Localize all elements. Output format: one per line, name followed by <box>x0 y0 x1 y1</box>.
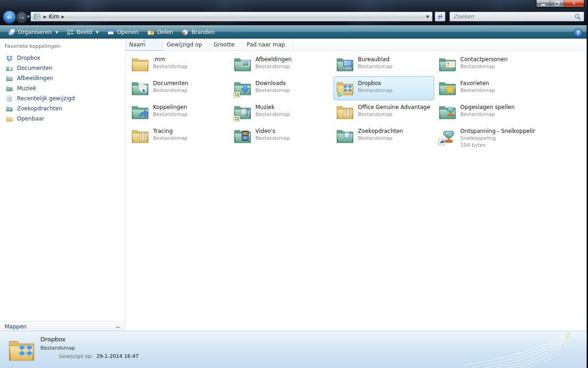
navigation-pane: Favoriete koppelingen Dropbox Documenten <box>0 39 125 331</box>
searches-folder-icon <box>6 105 13 112</box>
view-dropdown-icon: ▼ <box>96 30 98 34</box>
details-item-type: Bestandsmap <box>40 345 75 351</box>
desktop-folder-icon <box>335 54 355 74</box>
sidebar-item-zoekopdrachten[interactable]: Zoekopdrachten <box>0 104 125 114</box>
refresh-icon <box>437 13 443 20</box>
minimize-button[interactable] <box>537 0 550 7</box>
sidebar-item-dropbox[interactable]: Dropbox <box>0 53 125 63</box>
organize-dropdown-icon: ▼ <box>55 30 58 34</box>
breadcrumb-location[interactable]: Kim <box>49 13 59 20</box>
burn-button[interactable]: Branden <box>177 27 219 37</box>
window-controls: ✕ <box>536 0 584 7</box>
files-folder-icon <box>130 126 150 145</box>
column-header-name[interactable]: Naam <box>125 39 163 51</box>
file-tile-contactpersonen[interactable]: ContactpersonenBestandsmap <box>436 52 537 76</box>
favorites-folder-icon <box>438 78 457 98</box>
details-modified-row: Gewijzigd op: 29-1-2014 16:47 <box>59 353 139 359</box>
search-box[interactable] <box>449 12 584 22</box>
file-list-area: Naam Gewijzigd op Grootte Pad naar map .… <box>125 39 587 331</box>
file-tiles-grid: .mmBestandsmap AfbeeldingenBestandsmap B… <box>125 51 587 148</box>
documents-folder-icon <box>130 78 150 98</box>
folders-expander[interactable]: Mappen ︿ <box>0 321 125 331</box>
sidebar-item-recentelijk-gewijzigd[interactable]: Recentelijk gewijzigd <box>0 93 125 104</box>
search-input[interactable] <box>452 13 574 20</box>
sidebar-item-label: Documenten <box>17 65 52 71</box>
address-bar[interactable]: ▶ Kim ▶ ▼ <box>30 12 433 22</box>
modified-label: Gewijzigd op: <box>59 353 93 359</box>
downloads-folder-icon <box>233 78 252 98</box>
search-icon[interactable] <box>574 13 581 20</box>
sidebar-item-label: Afbeeldingen <box>17 75 53 81</box>
file-tile-mm[interactable]: .mmBestandsmap <box>129 52 229 76</box>
restore-button[interactable] <box>550 0 564 7</box>
burn-label: Branden <box>192 29 215 35</box>
saved-games-folder-icon <box>438 102 457 121</box>
organize-button[interactable]: Organiseren ▼ <box>4 27 62 37</box>
breadcrumb-expand-icon[interactable]: ▶ <box>62 15 64 19</box>
address-history-dropdown-icon[interactable]: ▼ <box>426 15 429 19</box>
searches-folder-icon <box>335 126 355 145</box>
file-tile-opgeslagen-spellen[interactable]: Opgeslagen spellenBestandsmap <box>436 100 537 124</box>
open-button[interactable]: Openen <box>103 27 143 37</box>
file-tile-muziek[interactable]: MuziekBestandsmap <box>231 100 332 124</box>
window-chrome: ✕ ← → ▼ ▶ Kim ▶ ▼ <box>0 0 588 25</box>
sidebar-item-muziek[interactable]: ♪ Muziek <box>0 83 125 93</box>
column-headers: Naam Gewijzigd op Grootte Pad naar map <box>125 39 587 51</box>
recently-changed-icon <box>6 95 13 102</box>
forward-arrow-icon: → <box>19 15 24 21</box>
recent-pages-dropdown[interactable]: ▼ <box>27 15 30 19</box>
column-header-folder-path[interactable]: Pad naar map <box>243 39 294 51</box>
explorer-window: ✕ ← → ▼ ▶ Kim ▶ ▼ <box>0 0 588 368</box>
organize-label: Organiseren <box>18 29 51 35</box>
share-button[interactable]: Delen <box>143 27 177 37</box>
pictures-folder-icon <box>6 75 13 82</box>
videos-folder-icon <box>233 126 252 145</box>
file-tile-bureaublad[interactable]: BureaubladBestandsmap <box>334 52 434 76</box>
view-icon <box>67 29 74 36</box>
decorative-swirl <box>459 332 578 368</box>
sidebar-item-label: Openbaar <box>17 115 44 122</box>
sidebar-item-label: Zoekopdrachten <box>17 105 62 112</box>
back-arrow-icon: ← <box>7 14 12 20</box>
view-button[interactable]: Beeld ▼ <box>62 27 103 37</box>
trophy-shortcut-icon <box>438 126 457 145</box>
file-tile-videos[interactable]: Video'sBestandsmap <box>231 124 332 148</box>
file-tile-downloads[interactable]: DownloadsBestandsmap <box>231 76 332 100</box>
music-folder-icon: ♪ <box>6 85 13 92</box>
organize-icon <box>8 29 15 36</box>
contacts-folder-icon <box>438 54 457 74</box>
file-tile-ontspanning-snelkoppeling[interactable]: Ontspanning - Snelkoppeling Snelkoppelin… <box>436 124 537 148</box>
sidebar-item-afbeeldingen[interactable]: Afbeeldingen <box>0 73 125 83</box>
selected-item-icon <box>7 335 36 364</box>
file-tile-favorieten[interactable]: FavorietenBestandsmap <box>436 76 537 100</box>
file-tile-documenten[interactable]: DocumentenBestandsmap <box>129 76 229 100</box>
file-tile-afbeeldingen[interactable]: AfbeeldingenBestandsmap <box>231 52 332 76</box>
dropbox-folder-icon <box>335 78 355 98</box>
column-header-size[interactable]: Grootte <box>210 39 243 51</box>
column-header-date-modified[interactable]: Gewijzigd op <box>163 39 210 51</box>
forward-button[interactable]: → <box>16 12 28 23</box>
help-button[interactable]: ? <box>574 29 582 37</box>
close-button[interactable]: ✕ <box>564 0 584 7</box>
file-tile-office-genuine-advantage[interactable]: Office Genuine AdvantageBestandsmap <box>334 100 434 124</box>
share-icon <box>147 29 154 36</box>
documents-folder-icon <box>6 65 13 72</box>
back-button[interactable]: ← <box>3 11 16 24</box>
file-size: 104 bytes <box>460 142 535 148</box>
view-label: Beeld <box>77 29 92 35</box>
refresh-button[interactable] <box>435 12 446 22</box>
sidebar-item-documenten[interactable]: Documenten <box>0 63 125 73</box>
svg-text:♪: ♪ <box>9 86 11 91</box>
file-tile-zoekopdrachten[interactable]: ZoekopdrachtenBestandsmap <box>334 124 434 148</box>
chevron-up-icon: ︿ <box>116 323 120 330</box>
dropbox-icon <box>6 55 13 62</box>
sidebar-item-label: Recentelijk gewijzigd <box>17 95 75 102</box>
sidebar-item-openbaar[interactable]: Openbaar <box>0 114 125 124</box>
file-tile-tracing[interactable]: TracingBestandsmap <box>129 124 229 148</box>
folders-label: Mappen <box>5 323 27 330</box>
sidebar-item-label: Muziek <box>17 85 36 92</box>
file-tile-koppelingen[interactable]: KoppelingenBestandsmap <box>129 100 229 124</box>
file-tile-dropbox-selected[interactable]: DropboxBestandsmap <box>334 76 434 100</box>
command-toolbar: Organiseren ▼ Beeld ▼ Openen <box>0 25 588 39</box>
files-folder-icon <box>335 102 355 121</box>
